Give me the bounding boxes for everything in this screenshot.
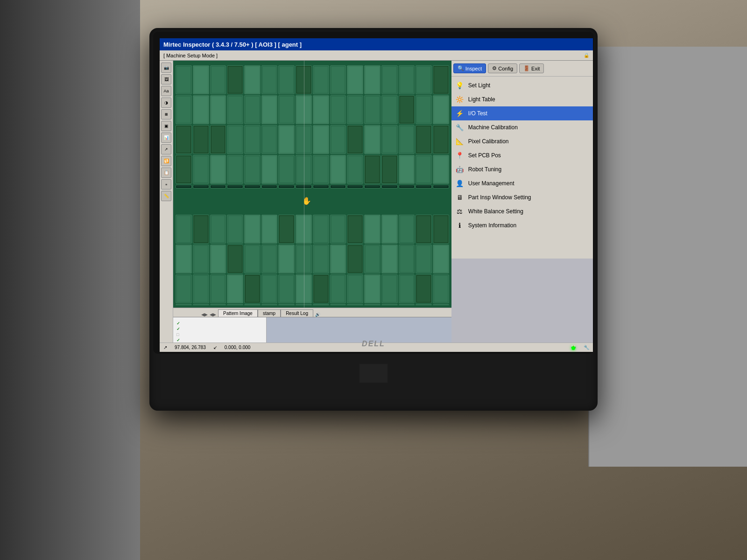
coordinates: 97.804, 26.783 xyxy=(175,345,206,350)
pcb-component xyxy=(364,95,381,124)
pcb-component xyxy=(261,95,278,124)
sidebar-btn-5[interactable]: ▦ xyxy=(161,109,171,119)
sidebar-btn-8[interactable]: ↗ xyxy=(161,144,171,154)
sidebar-btn-7[interactable]: 📊 xyxy=(161,133,171,143)
nav-arrows[interactable]: ◀▶ xyxy=(201,312,208,317)
menu-item-label-system_info: System Information xyxy=(468,222,516,229)
pcb-component xyxy=(227,155,243,184)
sidebar-btn-11[interactable]: ≡ xyxy=(161,179,171,189)
menu-item-label-set_pcb_pos: Set PCB Pos xyxy=(468,152,501,159)
pcb-component xyxy=(193,304,209,305)
pcb-component xyxy=(313,125,329,154)
equipment-left xyxy=(0,0,140,560)
menu-item-system_info[interactable]: ℹSystem Information xyxy=(451,218,593,232)
pcb-component xyxy=(364,304,381,305)
sidebar-btn-9[interactable]: 🔁 xyxy=(161,156,171,166)
right-panel: 🔍 Inspect ⚙ Config 🚪 Exit xyxy=(451,61,593,352)
mode-bar: [ Machine Setup Mode ] 🔒 xyxy=(160,50,593,61)
pcb-component xyxy=(261,65,278,94)
pcb-component xyxy=(244,274,261,303)
exit-button[interactable]: 🚪 Exit xyxy=(519,63,544,73)
sound-icon[interactable]: 🔊 xyxy=(315,312,320,317)
pcb-component xyxy=(364,125,381,154)
pcb-component xyxy=(433,95,449,124)
pcb-component xyxy=(330,245,346,273)
pcb-component xyxy=(296,245,312,273)
config-button[interactable]: ⚙ Config xyxy=(488,63,517,73)
pcb-component xyxy=(330,215,346,244)
sidebar-btn-10[interactable]: 📋 xyxy=(161,168,171,178)
pcb-component xyxy=(347,245,363,273)
pcb-component xyxy=(176,125,192,154)
check-2-icon: ✓ xyxy=(176,327,180,331)
inspect-icon: 🔍 xyxy=(458,65,464,71)
pcb-component xyxy=(193,65,209,94)
menu-item-label-io_test: I/O Test xyxy=(468,110,487,117)
pcb-component xyxy=(278,304,295,305)
tab-stamp[interactable]: stamp xyxy=(258,309,281,317)
check-3: □ xyxy=(176,332,263,337)
inspect-button[interactable]: 🔍 Inspect xyxy=(453,63,486,73)
menu-item-label-light_table: Light Table xyxy=(468,96,495,103)
menu-item-user_management[interactable]: 👤User Management xyxy=(451,176,593,190)
pcb-component xyxy=(193,245,209,273)
menu-item-white_balance[interactable]: ⚖White Balance Setting xyxy=(451,204,593,218)
menu-item-part_insp_window[interactable]: 🖥Part Insp Window Setting xyxy=(451,190,593,204)
sidebar-btn-4[interactable]: ◑ xyxy=(161,98,171,108)
pcb-component xyxy=(176,304,192,305)
exit-icon: 🚪 xyxy=(523,65,530,71)
pcb-component xyxy=(416,65,432,94)
screen: Mirtec Inspector ( 3.4.3 / 7.50+ ) [ AOI… xyxy=(160,38,593,352)
app-title: Mirtec Inspector ( 3.4.3 / 7.50+ ) [ AOI… xyxy=(163,41,302,48)
sidebar-btn-12[interactable]: 📏 xyxy=(161,191,171,201)
menu-item-set_light[interactable]: 💡Set Light xyxy=(451,78,593,92)
menu-item-light_table[interactable]: 🔆Light Table xyxy=(451,92,593,106)
pcb-component xyxy=(296,215,312,244)
pcb-component xyxy=(176,215,192,244)
pcb-component xyxy=(416,304,432,305)
monitor-stand xyxy=(331,364,416,392)
pcb-component xyxy=(227,125,243,154)
menu-item-pixel_calibration[interactable]: 📐Pixel Calibration xyxy=(451,134,593,148)
menu-item-icon-machine_calibration: 🔧 xyxy=(455,123,465,132)
pcb-component xyxy=(433,155,449,184)
pcb-component xyxy=(313,95,329,124)
sidebar-btn-2[interactable]: 🖼 xyxy=(161,74,171,84)
nav-arrows-2[interactable]: ◀▶ xyxy=(210,312,216,317)
pcb-component xyxy=(347,215,363,244)
pcb-component xyxy=(227,65,243,94)
pcb-component xyxy=(347,185,363,189)
exit-label: Exit xyxy=(531,66,540,71)
inspect-label: Inspect xyxy=(465,66,482,71)
mode-icon: 🔒 xyxy=(584,53,589,58)
monitor-bezel: Mirtec Inspector ( 3.4.3 / 7.50+ ) [ AOI… xyxy=(153,32,594,354)
pcb-component xyxy=(176,185,192,189)
pcb-component xyxy=(210,65,226,94)
sidebar-btn-3[interactable]: Aa xyxy=(161,86,171,96)
pcb-component xyxy=(347,274,363,303)
menu-item-machine_calibration[interactable]: 🔧Machine Calibration xyxy=(451,120,593,134)
sidebar-btn-6[interactable]: ▣ xyxy=(161,121,171,131)
menu-item-icon-system_info: ℹ xyxy=(455,221,465,230)
pcb-component xyxy=(210,274,226,303)
pcb-component xyxy=(347,155,363,184)
tab-pattern-image[interactable]: Pattern Image xyxy=(218,309,258,317)
pcb-component xyxy=(176,65,192,94)
pcb-component xyxy=(416,245,432,273)
menu-item-icon-part_insp_window: 🖥 xyxy=(455,193,465,202)
menu-item-set_pcb_pos[interactable]: 📍Set PCB Pos xyxy=(451,148,593,162)
pcb-component xyxy=(330,304,346,305)
pcb-component xyxy=(313,245,329,273)
monitor: Mirtec Inspector ( 3.4.3 / 7.50+ ) [ AOI… xyxy=(149,28,598,411)
pcb-component xyxy=(381,274,398,303)
tab-result-log[interactable]: Result Log xyxy=(281,309,313,317)
menu-item-label-machine_calibration: Machine Calibration xyxy=(468,124,518,131)
pcb-component xyxy=(278,245,295,273)
menu-item-io_test[interactable]: ⚡I/O Test xyxy=(451,106,593,120)
title-bar: Mirtec Inspector ( 3.4.3 / 7.50+ ) [ AOI… xyxy=(160,38,593,50)
pcb-component xyxy=(296,65,312,94)
menu-item-robot_tuning[interactable]: 🤖Robot Tuning xyxy=(451,162,593,176)
equipment-right xyxy=(588,47,747,467)
sidebar-btn-1[interactable]: 📷 xyxy=(161,63,171,73)
menu-item-label-robot_tuning: Robot Tuning xyxy=(468,166,501,173)
